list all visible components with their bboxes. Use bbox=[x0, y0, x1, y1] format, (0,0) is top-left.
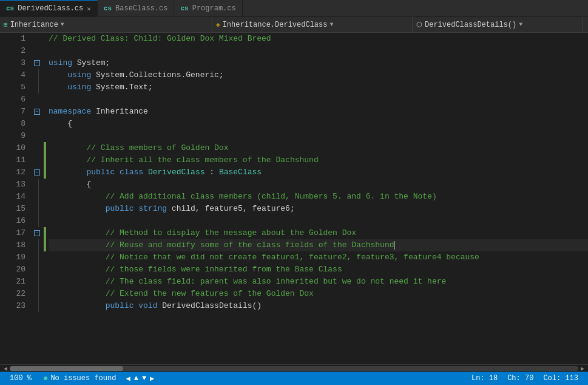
tab-derivedclass[interactable]: cs DerivedClass.cs ✕ bbox=[0, 0, 98, 16]
outline-cell-7[interactable]: − bbox=[30, 106, 44, 118]
outline-cell-3[interactable]: − bbox=[30, 57, 44, 69]
namespace-dropdown[interactable]: ⊞ Inheritance ▼ bbox=[0, 17, 212, 32]
token-comment: // those fields were inherited from the … bbox=[106, 264, 342, 276]
scroll-thumb[interactable] bbox=[10, 366, 123, 371]
token-kw-blue: namespace bbox=[49, 106, 91, 118]
outline-vline-23 bbox=[38, 300, 39, 312]
outline-cell-17[interactable]: − bbox=[30, 227, 44, 239]
line-num-13: 13 bbox=[0, 179, 25, 191]
outline-collapse-12[interactable]: − bbox=[34, 169, 40, 175]
tab-label-program: Program.cs bbox=[192, 4, 236, 13]
class-label: Inheritance.DerivedClass bbox=[223, 21, 328, 29]
outline-cell-18 bbox=[30, 239, 44, 251]
outline-cell-20 bbox=[30, 264, 44, 276]
outline-collapse-3[interactable]: − bbox=[34, 60, 40, 66]
class-icon: ◈ bbox=[216, 21, 220, 29]
code-line-14: // Add additional class members (child, … bbox=[49, 191, 588, 203]
token-kw-blue: using bbox=[67, 81, 91, 94]
cursor bbox=[394, 241, 395, 250]
outline-vline-14 bbox=[38, 191, 39, 203]
issues-text: No issues found bbox=[50, 374, 116, 383]
token-plain: { bbox=[49, 118, 72, 130]
token-plain: Inheritance bbox=[91, 106, 148, 118]
method-label: DerivedClassDetails() bbox=[425, 21, 516, 29]
method-arrow: ▼ bbox=[519, 21, 522, 28]
outline-vline-16 bbox=[38, 215, 39, 227]
nav-down[interactable]: ▼ bbox=[142, 374, 146, 383]
token-plain bbox=[49, 203, 106, 215]
outline-cell-22 bbox=[30, 288, 44, 300]
outline-cell-10 bbox=[30, 142, 44, 154]
outline-cell-12[interactable]: − bbox=[30, 166, 44, 179]
scroll-right[interactable]: ▶ bbox=[578, 365, 587, 372]
nav-right[interactable]: ▶ bbox=[150, 374, 154, 383]
line-numbers: 1234567891011121314151617181920212223 bbox=[0, 33, 30, 364]
token-plain bbox=[115, 166, 120, 179]
token-plain bbox=[49, 276, 106, 288]
horizontal-scrollbar[interactable]: ◀ ▶ bbox=[0, 364, 588, 372]
token-plain bbox=[49, 191, 106, 203]
outline-cell-23 bbox=[30, 300, 44, 312]
token-plain bbox=[49, 300, 106, 312]
code-line-8: { bbox=[49, 118, 588, 130]
token-plain: child, feature5, feature6; bbox=[167, 203, 295, 215]
outline-vline-4 bbox=[38, 69, 39, 81]
zoom-label: 100 % bbox=[10, 374, 32, 383]
namespace-label: Inheritance bbox=[10, 21, 58, 29]
namespace-arrow: ▼ bbox=[61, 21, 64, 28]
code-line-3: using System; bbox=[49, 57, 588, 69]
code-line-13: { bbox=[49, 179, 588, 191]
method-dropdown[interactable]: ⬡ DerivedClassDetails() ▼ bbox=[413, 17, 583, 32]
outline-cell-6 bbox=[30, 94, 44, 106]
outline-collapse-17[interactable]: − bbox=[34, 230, 40, 236]
token-comment: // Notice that we did not create feature… bbox=[106, 251, 479, 264]
nav-left[interactable]: ◀ bbox=[126, 374, 130, 383]
outline-cell-14 bbox=[30, 191, 44, 203]
token-comment: // Reuse and modify some of the class fi… bbox=[106, 239, 394, 251]
line-num-16: 16 bbox=[0, 215, 25, 227]
token-plain bbox=[133, 300, 138, 312]
token-plain bbox=[49, 227, 106, 239]
code-line-6 bbox=[49, 94, 588, 106]
ln-status[interactable]: Ln: 18 bbox=[467, 374, 502, 383]
token-comment: // Class members of Golden Dox bbox=[86, 142, 228, 154]
tab-close-derived[interactable]: ✕ bbox=[87, 5, 91, 13]
outline-cell-21 bbox=[30, 276, 44, 288]
line-num-3: 3 bbox=[0, 57, 25, 69]
code-content[interactable]: // Derived Class: Child: Golden Dox Mixe… bbox=[46, 33, 588, 364]
line-num-10: 10 bbox=[0, 142, 25, 154]
token-comment: // Inherit all the class members of the … bbox=[86, 154, 318, 166]
line-num-14: 14 bbox=[0, 191, 25, 203]
token-plain: { bbox=[49, 179, 91, 191]
outline-cell-15 bbox=[30, 203, 44, 215]
scroll-left[interactable]: ◀ bbox=[1, 365, 10, 372]
cs-icon: cs bbox=[6, 5, 14, 12]
outline-collapse-7[interactable]: − bbox=[34, 109, 40, 115]
nav-up[interactable]: ▲ bbox=[134, 374, 138, 383]
zoom-status[interactable]: 100 % bbox=[5, 372, 38, 385]
tab-baseclass[interactable]: cs BaseClass.cs bbox=[98, 0, 175, 16]
outline-cell-5 bbox=[30, 81, 44, 94]
token-kw-blue: public bbox=[106, 203, 134, 215]
line-num-20: 20 bbox=[0, 264, 25, 276]
tab-program[interactable]: cs Program.cs bbox=[174, 0, 242, 16]
tab-bar: cs DerivedClass.cs ✕ cs BaseClass.cs cs … bbox=[0, 0, 588, 17]
token-kw-blue: void bbox=[138, 300, 157, 312]
line-num-22: 22 bbox=[0, 288, 25, 300]
code-line-23: public void DerivedClassDetails() bbox=[49, 300, 588, 312]
code-line-22: // Extend the new features of the Golden… bbox=[49, 288, 588, 300]
ch-status[interactable]: Ch: 70 bbox=[502, 374, 538, 383]
line-num-15: 15 bbox=[0, 203, 25, 215]
nav-arrows-status[interactable]: ◀ ▲ ▼ ▶ bbox=[121, 372, 159, 385]
editor-area: 1234567891011121314151617181920212223 −−… bbox=[0, 33, 588, 364]
class-dropdown[interactable]: ◈ Inheritance.DerivedClass ▼ bbox=[212, 17, 413, 32]
issues-status[interactable]: ● No issues found bbox=[38, 372, 121, 385]
line-num-7: 7 bbox=[0, 106, 25, 118]
outline-vline-19 bbox=[38, 251, 39, 264]
scroll-track[interactable] bbox=[10, 366, 578, 371]
col-status[interactable]: Col: 113 bbox=[538, 374, 583, 383]
nav-bar: ⊞ Inheritance ▼ ◈ Inheritance.DerivedCla… bbox=[0, 17, 588, 33]
ch-label: Ch: 70 bbox=[507, 374, 533, 383]
outline-cell-4 bbox=[30, 69, 44, 81]
outline-cell-8 bbox=[30, 118, 44, 130]
